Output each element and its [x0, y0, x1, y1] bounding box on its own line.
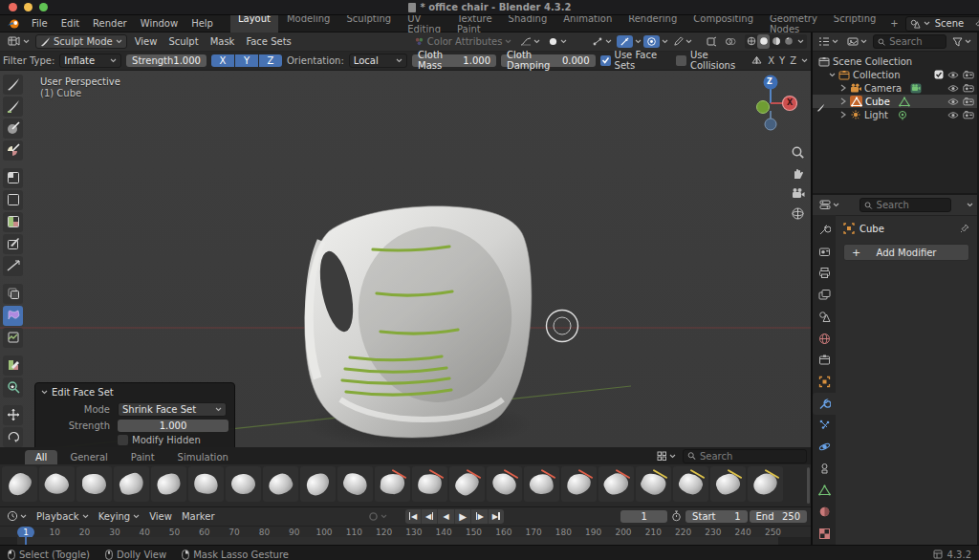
disclosure-triangle[interactable] [839, 111, 847, 118]
tool-box-hide[interactable] [3, 190, 23, 210]
jump-to-start-button[interactable]: ◀ [405, 509, 422, 524]
pin-icon[interactable] [974, 19, 979, 28]
mode-selector[interactable]: Sculpt Mode [35, 34, 127, 49]
disclosure-triangle[interactable] [829, 73, 836, 77]
brush-asset-8[interactable] [263, 466, 298, 502]
outliner-display-mode-button[interactable] [816, 35, 841, 48]
use-face-sets-checkbox[interactable]: Use Face Sets [600, 50, 671, 71]
tool-color-filter[interactable] [3, 328, 23, 348]
outliner-row-collection[interactable]: Collection [813, 68, 977, 81]
tool-draw-brush[interactable] [3, 75, 23, 95]
editor-type-button[interactable] [4, 34, 33, 48]
hide-in-viewport-toggle[interactable] [947, 71, 959, 79]
camera-view-icon[interactable] [791, 187, 805, 200]
properties-options-dropdown[interactable] [967, 203, 973, 207]
disable-in-renders-toggle[interactable] [963, 110, 974, 119]
proportional-editing-toggle[interactable] [643, 35, 660, 48]
play-reverse-button[interactable]: ◀ [438, 509, 454, 524]
brush-asset-4[interactable] [114, 466, 149, 502]
menu-window[interactable]: Window [134, 17, 185, 30]
filter-type-dropdown[interactable]: Inflate [59, 54, 121, 68]
deform-axis-x[interactable]: X [211, 54, 234, 67]
properties-search-input[interactable] [877, 200, 946, 210]
show-gizmos-toggle[interactable] [703, 35, 720, 48]
outliner-search-input[interactable] [889, 36, 942, 47]
prop-tab-physics[interactable] [813, 436, 836, 458]
snap-toggle[interactable] [617, 35, 633, 48]
shading-material-button[interactable] [770, 34, 782, 49]
workspace-tab-animation[interactable]: Animation [555, 12, 620, 35]
shelf-search-field[interactable] [683, 449, 807, 463]
frame-end-field[interactable]: End250 [750, 510, 808, 523]
brush-asset-7[interactable] [226, 466, 261, 502]
prop-tab-tool[interactable] [813, 219, 836, 241]
shelf-tab-paint[interactable]: Paint [120, 450, 165, 464]
outliner-row-light[interactable]: Light [813, 108, 977, 121]
shelf-tab-all[interactable]: All [25, 450, 57, 464]
brush-asset-17[interactable] [598, 466, 634, 502]
workspace-tab-shading[interactable]: Shading [501, 12, 555, 35]
tool-paint-brush[interactable] [3, 97, 23, 117]
collection-checkbox[interactable] [934, 70, 944, 79]
viewport-menu-face-sets[interactable]: Face Sets [240, 35, 296, 48]
hide-in-viewport-toggle[interactable] [947, 84, 959, 93]
workspace-tab-modeling[interactable]: Modeling [279, 12, 338, 35]
shelf-tab-simulation[interactable]: Simulation [167, 450, 239, 464]
timeline-ruler[interactable]: 1 10203040506070809010011012013014015016… [0, 527, 811, 538]
tool-mask-brush[interactable] [3, 118, 23, 139]
disable-in-renders-toggle[interactable] [963, 97, 974, 106]
outliner-search-field[interactable] [873, 34, 946, 49]
hide-in-viewport-toggle[interactable] [947, 97, 959, 106]
disable-in-renders-toggle[interactable] [963, 70, 974, 79]
shelf-display-dropdown[interactable] [654, 450, 679, 463]
brush-asset-2[interactable] [39, 466, 75, 502]
cloth-damping-slider[interactable]: Cloth Damping 0.000 [501, 54, 596, 67]
tool-cloth-filter[interactable] [3, 306, 23, 326]
use-collisions-checkbox[interactable]: Use Collisions [676, 50, 747, 71]
auto-keying-toggle[interactable] [365, 510, 390, 523]
jump-to-end-button[interactable]: ▶ [489, 509, 504, 524]
shading-wireframe-button[interactable] [745, 34, 757, 49]
pivot-point-dropdown[interactable] [589, 35, 615, 48]
symmetry-axis-z[interactable]: Z [790, 55, 796, 66]
timeline-range-band[interactable] [0, 537, 811, 545]
prop-tab-modifiers[interactable] [813, 393, 836, 415]
tool-mesh-filter[interactable] [3, 284, 23, 304]
brush-asset-9[interactable] [300, 466, 336, 502]
prop-tab-scene[interactable] [813, 306, 836, 328]
operator-strength-slider[interactable]: 1.000 [118, 420, 228, 432]
menu-help[interactable]: Help [185, 17, 220, 30]
tool-line-project[interactable] [3, 256, 23, 276]
properties-editor-type-button[interactable] [816, 199, 842, 211]
properties-search-field[interactable] [859, 198, 951, 212]
brush-asset-1[interactable] [2, 466, 37, 502]
strength-slider[interactable]: Strength 1.000 [126, 54, 207, 67]
outliner-filter-button[interactable] [949, 36, 974, 48]
tool-move[interactable] [3, 405, 23, 425]
tool-edit-face-set[interactable] [3, 355, 23, 376]
operator-panel-header[interactable]: Edit Face Set [41, 387, 228, 398]
timeline-menu-view[interactable]: View [144, 510, 177, 523]
brush-asset-11[interactable] [375, 466, 410, 502]
brush-asset-15[interactable] [524, 466, 559, 502]
play-button[interactable]: ▶ [455, 509, 471, 524]
brush-asset-16[interactable] [561, 466, 597, 502]
shading-rendered-button[interactable] [782, 34, 794, 49]
tool-rotate[interactable] [3, 427, 23, 447]
shelf-tab-general[interactable]: General [59, 450, 118, 464]
symmetry-axis-y[interactable]: Y [779, 55, 785, 66]
cloth-mass-slider[interactable]: Cloth Mass 1.000 [412, 54, 496, 67]
tool-box-trim[interactable] [3, 234, 23, 254]
brush-asset-13[interactable] [449, 466, 485, 502]
viewport-menu-sculpt[interactable]: Sculpt [163, 35, 204, 48]
viewport-menu-mask[interactable]: Mask [205, 35, 241, 48]
brush-asset-18[interactable] [636, 466, 671, 502]
previous-keyframe-button[interactable]: ◀ [422, 509, 438, 524]
timeline-menu-playback[interactable]: Playback [32, 510, 94, 523]
proportional-dropdown[interactable] [662, 39, 668, 44]
frame-start-field[interactable]: Start1 [685, 510, 747, 523]
tool-box-mask[interactable] [3, 168, 23, 188]
prop-tab-render[interactable] [813, 241, 836, 263]
menu-file[interactable]: File [25, 17, 54, 30]
workspace-tab-uv-editing[interactable]: UV Editing [400, 12, 448, 35]
